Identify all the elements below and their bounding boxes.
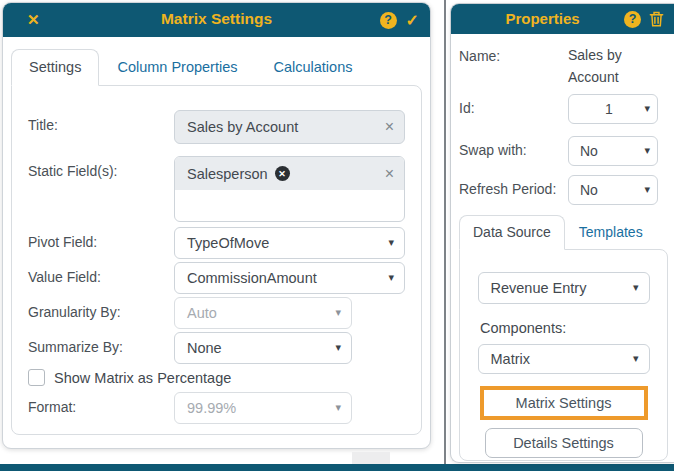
dialog-body: Settings Column Properties Calculations … [3,37,430,435]
summarize-by-select[interactable]: None ▾ [174,332,352,364]
properties-tabs: Data Source Templates [459,215,668,250]
title-row: Title: Sales by Account × [28,110,405,144]
refresh-period-label: Refresh Period: [459,175,568,197]
tab-column-properties[interactable]: Column Properties [99,49,255,86]
summarize-by-row: Summarize By: None ▾ [28,332,405,364]
matrix-settings-header: ✕ Matrix Settings ? ✓ [3,3,430,37]
properties-header-actions: ? [624,4,664,34]
components-value: Matrix [491,351,530,367]
panel-separator [444,0,446,464]
caret-down-icon: ▾ [388,236,394,249]
caret-down-icon: ▾ [335,341,341,354]
components-select[interactable]: Matrix ▾ [478,344,650,374]
refresh-period-select[interactable]: No ▾ [568,175,658,205]
tab-templates[interactable]: Templates [565,215,657,250]
granularity-by-label: Granularity By: [28,297,174,320]
caret-down-icon: ▾ [633,352,639,365]
caret-down-icon: ▾ [335,401,341,414]
bottom-window-edge [0,464,674,471]
dialog-title: Matrix Settings [3,10,430,28]
data-source-tab-content: Revenue Entry ▾ Components: Matrix ▾ Mat… [459,249,668,461]
properties-panel: Properties ? Name: Sales by Account [450,3,674,463]
format-label: Format: [28,392,174,415]
header-actions: ? ✓ [380,3,419,37]
title-label: Title: [28,110,174,133]
settings-tab-content: Title: Sales by Account × Static Field(s… [11,85,422,435]
id-value: 1 [605,101,613,117]
help-icon[interactable]: ? [380,12,397,29]
matrix-settings-button[interactable]: Matrix Settings [484,390,644,416]
refresh-period-row: Refresh Period: No ▾ [459,175,658,205]
static-fields-row: Static Field(s): Salesperson ✕ × [28,156,405,222]
value-field-row: Value Field: CommissionAmount ▾ [28,262,405,294]
id-label: Id: [459,94,568,116]
swap-with-row: Swap with: No ▾ [459,136,658,166]
granularity-by-select[interactable]: Auto ▾ [174,297,352,329]
static-fields-input[interactable]: Salesperson ✕ × [174,156,405,222]
pivot-field-row: Pivot Field: TypeOfMove ▾ [28,227,405,259]
pivot-field-value: TypeOfMove [187,235,269,251]
clear-title-icon[interactable]: × [385,119,394,135]
name-value: Sales by Account [568,42,658,88]
granularity-by-value: Auto [187,305,217,321]
details-settings-button[interactable]: Details Settings [485,428,643,458]
static-fields-chip-area: Salesperson ✕ × [175,157,404,190]
chip-label: Salesperson [187,166,268,182]
value-field-select[interactable]: CommissionAmount ▾ [174,262,405,294]
properties-body: Name: Sales by Account Id: 1 ▾ Swap with… [451,34,674,461]
caret-down-icon: ▾ [633,281,639,294]
remove-chip-icon[interactable]: ✕ [275,166,290,181]
data-source-value: Revenue Entry [491,280,587,296]
caret-down-icon: ▾ [644,102,650,115]
static-fields-label: Static Field(s): [28,156,174,179]
title-value: Sales by Account [187,119,385,135]
salesperson-chip: Salesperson ✕ [187,166,385,182]
title-input[interactable]: Sales by Account × [174,110,405,144]
tab-calculations[interactable]: Calculations [255,49,370,86]
id-row: Id: 1 ▾ [459,94,658,124]
summarize-by-label: Summarize By: [28,332,174,355]
caret-down-icon: ▾ [335,306,341,319]
swap-with-select[interactable]: No ▾ [568,136,658,166]
value-field-value: CommissionAmount [187,270,317,286]
show-matrix-checkbox[interactable] [28,369,45,386]
tab-settings[interactable]: Settings [11,49,99,86]
caret-down-icon: ▾ [644,144,650,157]
dialog-tabs: Settings Column Properties Calculations [11,49,422,86]
refresh-period-value: No [580,182,598,198]
name-row: Name: Sales by Account [459,42,658,88]
components-label: Components: [480,320,667,336]
details-settings-wrap: Details Settings [485,428,643,458]
screen: ✕ Matrix Settings ? ✓ Settings Column Pr… [0,0,674,471]
properties-header: Properties ? [451,4,674,34]
summarize-by-value: None [187,340,222,356]
name-label: Name: [459,42,568,64]
show-matrix-label: Show Matrix as Percentage [54,370,231,386]
data-source-select[interactable]: Revenue Entry ▾ [478,272,650,304]
id-select[interactable]: 1 ▾ [568,94,658,124]
tab-data-source[interactable]: Data Source [459,215,565,250]
matrix-settings-highlight: Matrix Settings [480,386,648,420]
value-field-label: Value Field: [28,262,174,285]
clear-static-fields-icon[interactable]: × [385,166,394,182]
swap-with-label: Swap with: [459,136,568,158]
format-value: 99.99% [187,400,236,416]
trash-icon[interactable] [649,11,664,27]
format-row: Format: 99.99% ▾ [28,392,405,424]
pivot-field-select[interactable]: TypeOfMove ▾ [174,227,405,259]
matrix-settings-dialog: ✕ Matrix Settings ? ✓ Settings Column Pr… [2,2,431,449]
granularity-by-row: Granularity By: Auto ▾ [28,297,405,329]
help-icon[interactable]: ? [624,11,641,28]
swap-with-value: No [580,143,598,159]
caret-down-icon: ▾ [644,183,650,196]
pivot-field-label: Pivot Field: [28,227,174,250]
caret-down-icon: ▾ [388,271,394,284]
format-select[interactable]: 99.99% ▾ [174,392,352,424]
properties-title: Properties [451,10,634,27]
confirm-check-icon[interactable]: ✓ [406,11,419,30]
show-matrix-row: Show Matrix as Percentage [28,369,405,386]
